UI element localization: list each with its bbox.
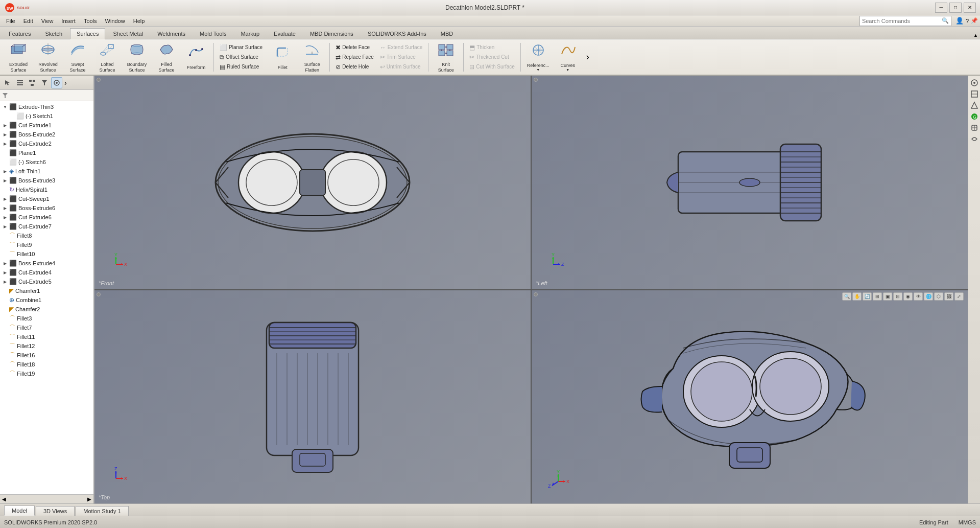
expand-icon-be3[interactable]: ▶ [2, 177, 8, 183]
tree-item-chamfer2[interactable]: ◤ Chamfer2 [0, 305, 93, 314]
thickened-cut-button[interactable]: ✂ Thickened Cut [467, 53, 511, 62]
tree-item-fillet8[interactable]: ⌒ Fillet8 [0, 231, 93, 240]
tab-model[interactable]: Model [4, 506, 35, 516]
viewport-front[interactable]: X Y *Front [94, 76, 531, 289]
expand-icon-ce2[interactable]: ▶ [2, 141, 8, 147]
tree-item-plane1[interactable]: ⬛ Plane1 [0, 148, 93, 157]
expand-icon-lt1[interactable]: ▶ [2, 168, 8, 174]
scroll-left-btn[interactable]: ◀ [2, 496, 6, 502]
tab-sw-addins[interactable]: SOLIDWORKS Add-Ins [361, 28, 433, 39]
tab-3d-views[interactable]: 3D Views [36, 506, 75, 516]
expand-icon-ce5[interactable]: ▶ [2, 279, 8, 285]
tree-item-cut-extrude2[interactable]: ▶ ⬛ Cut-Extrude2 [0, 139, 93, 148]
appearance-btn[interactable]: ◉ [903, 292, 913, 301]
fullscreen-btn[interactable]: ⤢ [954, 292, 964, 301]
filter-btn[interactable] [39, 77, 50, 88]
tree-item-cut-extrude7[interactable]: ▶ ⬛ Cut-Extrude7 [0, 222, 93, 231]
scene-btn[interactable]: 🌐 [924, 292, 933, 301]
extend-surface-button[interactable]: ↔ Extend Surface [377, 43, 425, 52]
zoom-btn[interactable]: 🔍 [842, 292, 851, 301]
expand-icon[interactable]: ▼ [2, 104, 8, 110]
right-tool-1[interactable] [969, 78, 979, 88]
tab-mbd-dimensions[interactable]: MBD Dimensions [303, 28, 360, 39]
feature-tree[interactable]: ▼ ⬛ Extrude-Thin3 ⬜ (-) Sketch1 ▶ ⬛ Cut-… [0, 101, 93, 494]
viewport-left[interactable]: Z Y *Left [532, 76, 968, 289]
menu-insert[interactable]: Insert [57, 17, 80, 25]
tree-item-chamfer1[interactable]: ◤ Chamfer1 [0, 286, 93, 295]
reference-button[interactable]: Referenc... ▼ [524, 42, 553, 73]
expand-icon-ce1[interactable]: ▶ [2, 122, 8, 128]
boundary-surface-button[interactable]: BoundarySurface [123, 42, 151, 73]
viewport-top[interactable]: X Z *Top [94, 290, 531, 504]
user-icon[interactable]: 👤 [955, 17, 964, 25]
right-tool-5[interactable] [969, 123, 979, 133]
rotate-btn[interactable]: 🔄 [863, 292, 872, 301]
maximize-button[interactable]: □ [949, 3, 962, 13]
menu-file[interactable]: File [2, 17, 19, 25]
section-view-btn[interactable]: ⊟ [893, 292, 902, 301]
expand-icon-be6[interactable]: ▶ [2, 205, 8, 211]
swept-surface-button[interactable]: SweptSurface [63, 42, 92, 73]
help-icon[interactable]: ? [966, 18, 969, 24]
tree-item-fillet11[interactable]: ⌒ Fillet11 [0, 332, 93, 341]
filled-surface-button[interactable]: FilledSurface [152, 42, 181, 73]
tab-sheet-metal[interactable]: Sheet Metal [106, 28, 150, 39]
delete-hole-button[interactable]: ⊘ Delete Hole [333, 62, 371, 72]
search-bar[interactable]: 🔍 [859, 16, 951, 26]
tree-item-cut-extrude5[interactable]: ▶ ⬛ Cut-Extrude5 [0, 277, 93, 286]
tree-item-cut-sweep1[interactable]: ▶ ⬛ Cut-Sweep1 [0, 194, 93, 203]
tree-item-cut-extrude1[interactable]: ▶ ⬛ Cut-Extrude1 [0, 121, 93, 130]
tree-item-fillet18[interactable]: ⌒ Fillet18 [0, 360, 93, 369]
decals-btn[interactable]: 🖼 [944, 292, 953, 301]
list-view-btn[interactable] [14, 77, 26, 88]
tab-surfaces[interactable]: Surfaces [70, 28, 105, 39]
tree-item-boss-extrude4[interactable]: ▶ ⬛ Boss-Extrude4 [0, 259, 93, 268]
tree-item-extrude-thin3[interactable]: ▼ ⬛ Extrude-Thin3 [0, 102, 93, 111]
tree-item-cut-extrude4[interactable]: ▶ ⬛ Cut-Extrude4 [0, 268, 93, 277]
viewport-isometric[interactable]: 🔍 ✋ 🔄 ⊞ ▣ ⊟ ◉ 👁 🌐 ⬡ 🖼 ⤢ [532, 290, 968, 504]
replace-face-button[interactable]: ⇄ Replace Face [333, 53, 376, 62]
window-controls[interactable]: ─ □ ✕ [935, 3, 976, 13]
tree-scroll-bar[interactable]: ◀ ▶ [0, 494, 93, 503]
panel-expand-btn[interactable]: › [63, 79, 68, 87]
expand-icon-ce7[interactable]: ▶ [2, 223, 8, 229]
scroll-right-btn[interactable]: ▶ [87, 496, 91, 502]
view-orient-btn[interactable]: ⊞ [873, 292, 882, 301]
tree-item-fillet10[interactable]: ⌒ Fillet10 [0, 249, 93, 259]
tab-sketch[interactable]: Sketch [38, 28, 69, 39]
right-tool-2[interactable] [969, 89, 979, 99]
planar-surface-button[interactable]: ⬜ Planar Surface [217, 43, 265, 52]
expand-icon-cs1[interactable]: ▶ [2, 196, 8, 202]
right-tool-4[interactable]: G [969, 111, 979, 122]
tree-item-boss-extrude2[interactable]: ▶ ⬛ Boss-Extrude2 [0, 130, 93, 139]
lofted-surface-button[interactable]: LoftedSurface [93, 42, 122, 73]
menu-help[interactable]: Help [129, 17, 149, 25]
tree-item-sketch6[interactable]: ⬜ (-) Sketch6 [0, 157, 93, 167]
tab-mbd[interactable]: MBD [434, 28, 460, 39]
fillet-button[interactable]: Fillet [268, 42, 297, 73]
hide-show-btn[interactable]: 👁 [914, 292, 923, 301]
tab-mold-tools[interactable]: Mold Tools [193, 28, 233, 39]
right-tool-3[interactable] [969, 100, 979, 110]
tree-item-fillet9[interactable]: ⌒ Fillet9 [0, 240, 93, 249]
menu-edit[interactable]: Edit [19, 17, 37, 25]
menu-view[interactable]: View [37, 17, 58, 25]
tree-item-fillet19[interactable]: ⌒ Fillet19 [0, 369, 93, 378]
tree-item-combine1[interactable]: ⊕ Combine1 [0, 295, 93, 305]
pin-icon[interactable]: 📌 [971, 17, 978, 24]
select-tool[interactable] [2, 77, 13, 88]
tab-features[interactable]: Features [2, 28, 37, 39]
minimize-button[interactable]: ─ [935, 3, 947, 13]
expand-icon-ce4[interactable]: ▶ [2, 269, 8, 276]
pan-btn[interactable]: ✋ [852, 292, 862, 301]
revolved-surface-button[interactable]: RevolvedSurface [34, 42, 62, 73]
tree-view-btn[interactable] [27, 77, 38, 88]
tree-item-boss-extrude6[interactable]: ▶ ⬛ Boss-Extrude6 [0, 203, 93, 213]
expand-icon-ce6[interactable]: ▶ [2, 214, 8, 220]
search-input[interactable] [862, 18, 942, 24]
tab-motion-study[interactable]: Motion Study 1 [76, 506, 128, 516]
close-button[interactable]: ✕ [964, 3, 976, 13]
thicken-button[interactable]: ⬒ Thicken [467, 43, 497, 52]
tree-item-fillet3[interactable]: ⌒ Fillet3 [0, 314, 93, 323]
untrim-surface-button[interactable]: ↩ Untrim Surface [377, 62, 423, 72]
